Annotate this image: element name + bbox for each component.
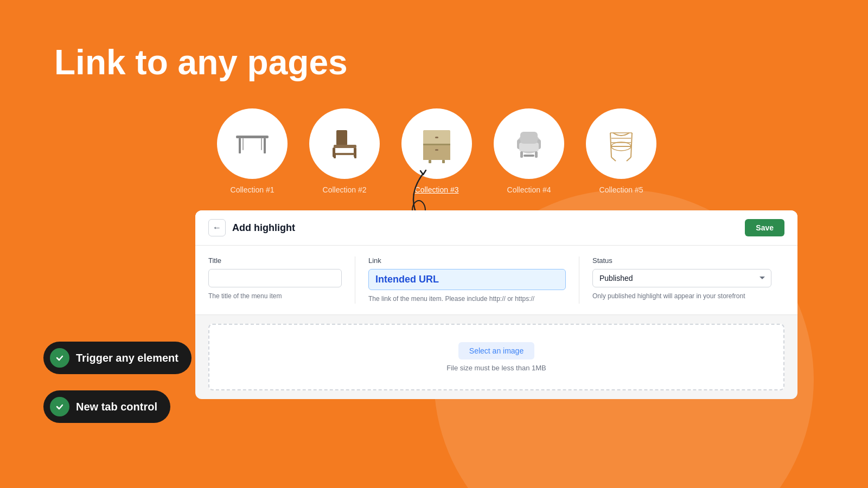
svg-rect-20 bbox=[429, 160, 431, 163]
trigger-check-icon bbox=[50, 348, 69, 368]
panel-header: ← Add highlight Save bbox=[195, 210, 797, 246]
panel-title: Add highlight bbox=[232, 222, 295, 234]
collection-image-2 bbox=[309, 108, 380, 179]
svg-rect-27 bbox=[520, 151, 523, 158]
image-upload-area: Select an image File size must be less t… bbox=[208, 324, 784, 390]
collection-label-1: Collection #1 bbox=[231, 185, 275, 194]
svg-rect-26 bbox=[520, 132, 538, 144]
title-label: Title bbox=[208, 256, 342, 265]
collection-image-1 bbox=[217, 108, 288, 179]
newtab-badge-label: New tab control bbox=[76, 401, 157, 413]
collection-label-4: Collection #4 bbox=[507, 185, 551, 194]
svg-rect-0 bbox=[236, 136, 269, 138]
collection-item-5[interactable]: Collection #5 bbox=[586, 108, 656, 194]
svg-rect-16 bbox=[423, 145, 450, 160]
svg-rect-5 bbox=[336, 130, 347, 145]
page-title: Link to any pages bbox=[54, 43, 814, 81]
select-image-button[interactable]: Select an image bbox=[458, 342, 534, 359]
svg-rect-13 bbox=[354, 153, 356, 158]
collection-item-3[interactable]: Collection #3 bbox=[401, 108, 472, 194]
collection-item-1[interactable]: Collection #1 bbox=[217, 108, 288, 194]
svg-rect-17 bbox=[435, 137, 438, 138]
status-label: Status bbox=[592, 256, 771, 265]
collection-item-4[interactable]: Collection #4 bbox=[494, 108, 564, 194]
save-button[interactable]: Save bbox=[745, 219, 784, 236]
add-highlight-panel: ← Add highlight Save Title The title of … bbox=[195, 210, 797, 399]
title-input[interactable] bbox=[208, 269, 342, 287]
title-hint: The title of the menu item bbox=[208, 292, 342, 301]
back-button[interactable]: ← bbox=[208, 219, 226, 236]
form-row: Title The title of the menu item Link Th… bbox=[195, 246, 797, 315]
panel-header-left: ← Add highlight bbox=[208, 219, 295, 236]
link-hint: The link of the menu item. Please includ… bbox=[368, 294, 566, 304]
collections-row: Collection #1 Collection #2 bbox=[54, 108, 814, 194]
collection-item-2[interactable]: Collection #2 bbox=[309, 108, 380, 194]
svg-rect-25 bbox=[519, 143, 539, 151]
svg-rect-18 bbox=[435, 149, 438, 151]
svg-rect-4 bbox=[261, 138, 262, 150]
collection-image-4 bbox=[494, 108, 564, 179]
link-label: Link bbox=[368, 256, 566, 265]
collection-image-5 bbox=[586, 108, 656, 179]
svg-rect-19 bbox=[423, 144, 450, 145]
collection-label-2: Collection #2 bbox=[323, 185, 367, 194]
new-tab-badge: New tab control bbox=[43, 390, 170, 423]
newtab-check-icon bbox=[50, 397, 69, 416]
svg-rect-11 bbox=[334, 153, 356, 155]
link-field-col: Link The link of the menu item. Please i… bbox=[368, 256, 579, 304]
svg-rect-12 bbox=[334, 153, 336, 158]
trigger-badge-label: Trigger any element bbox=[76, 352, 178, 364]
svg-rect-28 bbox=[535, 151, 538, 158]
upload-hint: File size must be less than 1MB bbox=[446, 364, 546, 372]
collection-image-3 bbox=[401, 108, 472, 179]
status-field-col: Status Published Draft Only published hi… bbox=[592, 256, 784, 304]
collection-label-5: Collection #5 bbox=[599, 185, 643, 194]
svg-rect-10 bbox=[334, 145, 356, 148]
status-select[interactable]: Published Draft bbox=[592, 269, 771, 287]
link-input[interactable] bbox=[368, 269, 566, 290]
status-hint: Only published highlight will appear in … bbox=[592, 292, 771, 301]
svg-rect-1 bbox=[239, 138, 241, 153]
svg-rect-29 bbox=[524, 155, 534, 157]
svg-rect-2 bbox=[264, 138, 266, 153]
svg-rect-21 bbox=[442, 160, 445, 163]
svg-rect-3 bbox=[242, 138, 244, 150]
trigger-element-badge: Trigger any element bbox=[43, 342, 192, 374]
collection-label-3: Collection #3 bbox=[415, 185, 459, 194]
title-field-col: Title The title of the menu item bbox=[208, 256, 355, 304]
